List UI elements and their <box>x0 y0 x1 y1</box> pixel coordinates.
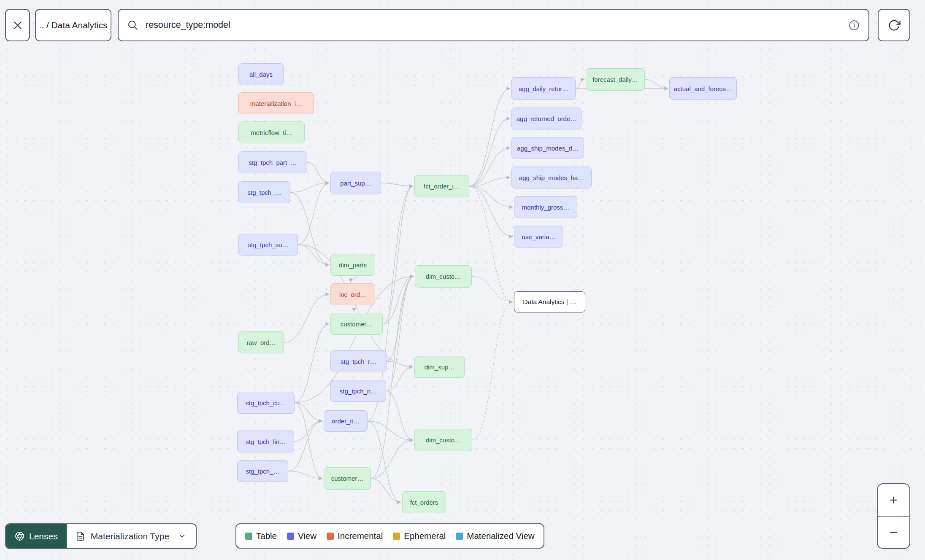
legend: TableViewIncrementalEphemeralMaterialize… <box>235 523 544 549</box>
graph-node-order_it[interactable]: order_it… <box>324 410 368 432</box>
graph-node-customer_lo[interactable]: customer… <box>324 467 371 490</box>
graph-node-agg_ship_d[interactable]: agg_ship_modes_d… <box>511 137 584 159</box>
graph-node-materialization_i[interactable]: materialization_i… <box>238 92 314 114</box>
selected-lens-label: Materialization Type <box>91 531 169 541</box>
lenses-button[interactable]: Lenses <box>6 524 67 548</box>
graph-node-agg_daily[interactable]: agg_daily_retur… <box>511 77 576 100</box>
legend-item-ephemeral: Ephemeral <box>393 531 446 541</box>
graph-node-dim_parts[interactable]: dim_parts <box>330 254 375 276</box>
legend-item-incremental: Incremental <box>327 531 383 541</box>
graph-node-actual_forecast[interactable]: actual_and_foreca… <box>669 77 737 100</box>
graph-node-use_varia[interactable]: use_varia… <box>514 226 563 248</box>
legend-swatch <box>456 533 463 540</box>
graph-node-fct_order_i[interactable]: fct_order_i… <box>414 175 469 197</box>
document-icon <box>76 531 85 541</box>
legend-label: Ephemeral <box>404 531 446 541</box>
zoom-out-button[interactable]: − <box>878 516 909 548</box>
graph-node-forecast_daily[interactable]: forecast_daily… <box>586 68 645 91</box>
graph-node-metricflow_ti[interactable]: metricflow_ti… <box>238 121 305 143</box>
graph-node-dim_custo_lo[interactable]: dim_custo… <box>414 429 472 451</box>
legend-item-materialized-view: Materialized View <box>456 531 534 541</box>
graph-node-agg_returned[interactable]: agg_returned_orde… <box>511 108 582 129</box>
lens-selector[interactable]: Materialization Type <box>67 524 196 548</box>
legend-label: Materialized View <box>467 531 534 541</box>
graph-node-customer_up[interactable]: customer… <box>330 313 383 335</box>
legend-swatch <box>287 533 294 540</box>
lens-bar: Lenses Materialization Type <box>5 523 197 549</box>
graph-node-data_analytics[interactable]: Data Analytics | … <box>514 291 585 312</box>
zoom-in-button[interactable]: + <box>878 484 909 516</box>
graph-node-dim_sup[interactable]: dim_sup… <box>414 356 465 378</box>
chevron-down-icon <box>178 532 186 540</box>
graph-node-inc_ord[interactable]: inc_ord… <box>330 283 375 305</box>
graph-node-fct_orders[interactable]: fct_orders <box>402 491 446 513</box>
legend-swatch <box>393 533 400 540</box>
graph-node-stg_tpch_b[interactable]: stg_tpch_… <box>237 460 288 482</box>
graph-node-raw_ord[interactable]: raw_ord… <box>238 331 284 353</box>
zoom-controls: + − <box>877 483 910 549</box>
graph-node-stg_tpch_n[interactable]: stg_tpch_n… <box>330 380 386 402</box>
graph-node-stg_tpch_part[interactable]: stg_tpch_part_… <box>238 151 307 173</box>
graph-node-stg_tpch_cu[interactable]: stg_tpch_cu… <box>237 392 295 414</box>
legend-label: Incremental <box>338 531 383 541</box>
graph-node-stg_tpch_lin[interactable]: stg_tpch_lin… <box>237 431 294 452</box>
legend-label: Table <box>256 531 277 541</box>
legend-label: View <box>298 531 316 541</box>
graph-node-monthly_gross[interactable]: monthly_gross… <box>514 196 577 218</box>
graph-node-stg_tpch_r[interactable]: stg_tpch_r… <box>330 350 387 372</box>
legend-item-table: Table <box>245 531 277 541</box>
graph-node-stg_tpch_su[interactable]: stg_tpch_su… <box>238 234 298 256</box>
aperture-icon <box>15 531 24 541</box>
graph-node-agg_ship_ha[interactable]: agg_ship_modes_ha… <box>511 167 592 188</box>
graph-node-all_days[interactable]: all_days <box>238 63 284 85</box>
graph-node-stg_tpch_a[interactable]: stg_tpch_… <box>238 181 290 203</box>
graph-node-dim_custo_up[interactable]: dim_custo… <box>415 265 472 288</box>
legend-item-view: View <box>287 531 316 541</box>
graph-node-part_sup[interactable]: part_sup… <box>330 172 381 194</box>
lenses-label: Lenses <box>29 531 58 541</box>
graph-canvas[interactable]: all_daysmaterialization_i…metricflow_ti…… <box>0 0 925 560</box>
legend-swatch <box>327 533 334 540</box>
legend-swatch <box>245 533 252 540</box>
